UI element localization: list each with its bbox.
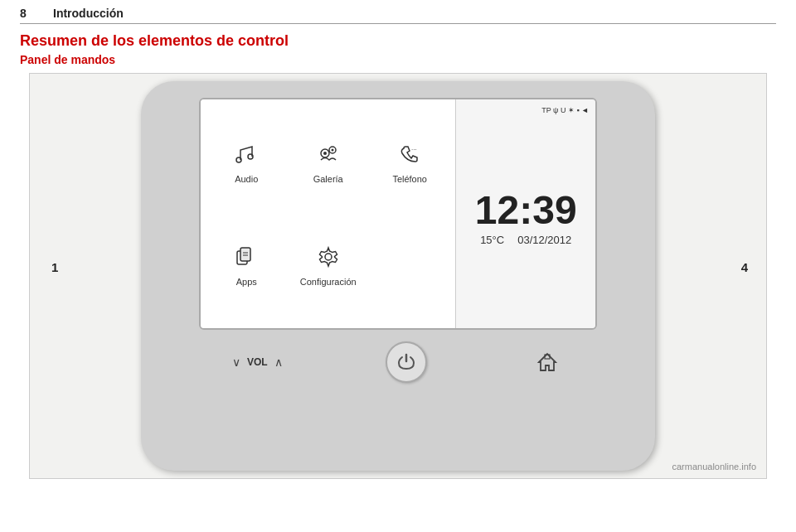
- content-area: 1 2 3 4 5 6 7: [29, 73, 767, 479]
- menu-item-settings[interactable]: Configuración: [289, 215, 366, 315]
- apps-label: Apps: [236, 277, 257, 287]
- clock-area: 12:39 15°C 03/12/2012: [475, 114, 577, 322]
- vol-control[interactable]: ∨ VOL ∧: [232, 355, 283, 369]
- status-icons: TP ψ U ✶ ▪ ◄: [541, 106, 589, 114]
- audio-icon: [234, 142, 259, 171]
- svg-point-11: [325, 254, 332, 260]
- vol-label: VOL: [247, 356, 268, 368]
- section-title: Resumen de los elementos de control: [0, 24, 796, 51]
- vol-down-button[interactable]: ∨: [232, 355, 240, 369]
- svg-rect-8: [240, 248, 250, 261]
- screen: Audio Galería: [199, 98, 597, 330]
- clock-info: 15°C 03/12/2012: [480, 234, 571, 246]
- vol-up-button[interactable]: ∧: [274, 355, 283, 369]
- settings-label: Configuración: [300, 277, 357, 287]
- screen-info: TP ψ U ✶ ▪ ◄ 12:39 15°C 03/12/2012: [455, 99, 595, 328]
- device-controls: ∨ VOL ∧: [199, 330, 597, 394]
- audio-label: Audio: [235, 174, 258, 184]
- apps-icon: [234, 244, 259, 273]
- settings-icon: [316, 244, 341, 273]
- device: Audio Galería: [141, 81, 655, 471]
- page-section: Introducción: [53, 7, 124, 20]
- phone-icon: ...: [397, 142, 422, 171]
- annotation-1: 1: [51, 260, 58, 274]
- power-button[interactable]: [386, 341, 427, 383]
- clock-display: 12:39: [475, 191, 577, 230]
- menu-item-gallery[interactable]: Galería: [289, 113, 366, 212]
- section-subtitle: Panel de mandos: [0, 51, 796, 73]
- screen-menu: Audio Galería: [201, 99, 455, 328]
- svg-text:...: ...: [411, 144, 417, 152]
- svg-point-3: [323, 152, 327, 155]
- home-button[interactable]: [531, 346, 564, 379]
- watermark: carmanualonline.info: [672, 462, 756, 472]
- gallery-icon: [316, 142, 341, 171]
- date-display: 03/12/2012: [517, 234, 571, 246]
- menu-item-audio[interactable]: Audio: [207, 113, 285, 212]
- phone-label: Teléfono: [392, 174, 427, 184]
- annotation-4: 4: [741, 260, 748, 274]
- menu-item-phone[interactable]: ... Teléfono: [371, 113, 449, 212]
- temperature-display: 15°C: [480, 234, 504, 246]
- page-number: 8: [20, 7, 36, 20]
- menu-item-apps[interactable]: Apps: [207, 215, 285, 315]
- svg-point-5: [331, 148, 333, 151]
- gallery-label: Galería: [313, 174, 343, 184]
- status-bar: TP ψ U ✶ ▪ ◄: [459, 106, 592, 114]
